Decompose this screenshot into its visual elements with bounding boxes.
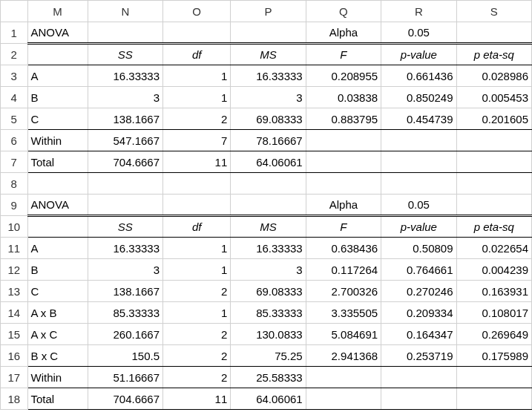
hdr-pval[interactable]: p-value xyxy=(381,44,456,65)
source-name[interactable]: B xyxy=(27,259,88,281)
cell[interactable] xyxy=(306,151,381,173)
cell[interactable] xyxy=(88,173,162,195)
row-header[interactable]: 17 xyxy=(1,367,28,388)
row-header[interactable]: 14 xyxy=(1,302,28,324)
cell[interactable] xyxy=(27,173,88,195)
cell[interactable] xyxy=(163,22,231,44)
row-header[interactable]: 3 xyxy=(1,65,28,87)
source-name[interactable]: Total xyxy=(27,388,88,410)
cell[interactable]: 2 xyxy=(163,108,231,130)
hdr-pval[interactable]: p-value xyxy=(381,216,456,238)
cell[interactable]: 85.33333 xyxy=(88,302,162,324)
row-header[interactable]: 15 xyxy=(1,324,28,345)
cell[interactable]: 1 xyxy=(163,302,231,324)
cell[interactable] xyxy=(163,173,231,195)
cell[interactable] xyxy=(306,173,381,195)
cell[interactable]: 0.208955 xyxy=(306,65,381,87)
cell[interactable]: 11 xyxy=(163,151,231,173)
cell[interactable]: 0.022654 xyxy=(456,238,531,259)
cell[interactable]: 138.1667 xyxy=(88,281,162,302)
cell[interactable]: 138.1667 xyxy=(88,108,162,130)
col-header-O[interactable]: O xyxy=(163,1,231,22)
cell[interactable]: 547.1667 xyxy=(88,130,162,151)
cell[interactable]: 85.33333 xyxy=(231,302,306,324)
cell[interactable]: 51.16667 xyxy=(88,367,162,388)
cell[interactable]: 260.1667 xyxy=(88,324,162,345)
cell[interactable]: 1 xyxy=(163,259,231,281)
row-header[interactable]: 16 xyxy=(1,345,28,367)
cell[interactable] xyxy=(381,130,456,151)
cell[interactable] xyxy=(456,22,531,44)
cell[interactable]: 2 xyxy=(163,345,231,367)
col-header-N[interactable]: N xyxy=(88,1,162,22)
cell[interactable] xyxy=(231,22,306,44)
cell[interactable] xyxy=(381,151,456,173)
cell[interactable]: 0.163931 xyxy=(456,281,531,302)
source-name[interactable]: A x B xyxy=(27,302,88,324)
cell[interactable]: 0.638436 xyxy=(306,238,381,259)
cell[interactable] xyxy=(381,173,456,195)
cell[interactable]: 2.941368 xyxy=(306,345,381,367)
cell[interactable]: 0.175989 xyxy=(456,345,531,367)
row-header[interactable]: 4 xyxy=(1,87,28,108)
row-header[interactable]: 10 xyxy=(1,216,28,238)
cell[interactable] xyxy=(88,22,162,44)
cell[interactable]: 0.03838 xyxy=(306,87,381,108)
row-header[interactable]: 1 xyxy=(1,22,28,44)
source-name[interactable]: B x C xyxy=(27,345,88,367)
cell[interactable] xyxy=(231,173,306,195)
col-header-M[interactable]: M xyxy=(27,1,88,22)
cell[interactable] xyxy=(231,195,306,216)
alpha-label[interactable]: Alpha xyxy=(306,195,381,216)
hdr-ss[interactable]: SS xyxy=(88,216,162,238)
cell[interactable]: 1 xyxy=(163,238,231,259)
hdr-f[interactable]: F xyxy=(306,44,381,65)
cell[interactable]: 0.005453 xyxy=(456,87,531,108)
cell[interactable]: 3 xyxy=(231,87,306,108)
hdr-df[interactable]: df xyxy=(163,216,231,238)
cell[interactable]: 5.084691 xyxy=(306,324,381,345)
row-header[interactable]: 6 xyxy=(1,130,28,151)
hdr-df[interactable]: df xyxy=(163,44,231,65)
cell[interactable]: 1 xyxy=(163,65,231,87)
cell[interactable]: 2 xyxy=(163,281,231,302)
alpha-label[interactable]: Alpha xyxy=(306,22,381,44)
cell[interactable]: 75.25 xyxy=(231,345,306,367)
cell[interactable]: 3 xyxy=(88,87,162,108)
cell[interactable] xyxy=(381,388,456,410)
row-header[interactable]: 7 xyxy=(1,151,28,173)
hdr-ms[interactable]: MS xyxy=(231,216,306,238)
cell[interactable]: 64.06061 xyxy=(231,151,306,173)
cell[interactable]: 3.335505 xyxy=(306,302,381,324)
cell[interactable]: 16.33333 xyxy=(231,65,306,87)
cell[interactable]: 704.6667 xyxy=(88,151,162,173)
cell[interactable] xyxy=(456,151,531,173)
cell[interactable] xyxy=(27,216,88,238)
cell[interactable]: 16.33333 xyxy=(88,65,162,87)
cell[interactable]: 0.850249 xyxy=(381,87,456,108)
cell[interactable]: 0.209334 xyxy=(381,302,456,324)
cell[interactable] xyxy=(88,195,162,216)
col-header-S[interactable]: S xyxy=(456,1,531,22)
cell[interactable]: 0.883795 xyxy=(306,108,381,130)
cell[interactable]: 16.33333 xyxy=(231,238,306,259)
row-header[interactable]: 5 xyxy=(1,108,28,130)
cell[interactable]: 1 xyxy=(163,87,231,108)
cell[interactable]: 0.270246 xyxy=(381,281,456,302)
cell[interactable] xyxy=(456,130,531,151)
source-name[interactable]: A xyxy=(27,65,88,87)
cell[interactable] xyxy=(456,195,531,216)
alpha-value[interactable]: 0.05 xyxy=(381,22,456,44)
cell[interactable]: 0.201605 xyxy=(456,108,531,130)
anova-title[interactable]: ANOVA xyxy=(27,22,88,44)
source-name[interactable]: A x C xyxy=(27,324,88,345)
anova-title[interactable]: ANOVA xyxy=(27,195,88,216)
cell[interactable] xyxy=(306,388,381,410)
cell[interactable]: 0.764661 xyxy=(381,259,456,281)
row-header[interactable]: 8 xyxy=(1,173,28,195)
cell[interactable]: 0.661436 xyxy=(381,65,456,87)
row-header[interactable]: 11 xyxy=(1,238,28,259)
hdr-ss[interactable]: SS xyxy=(88,44,162,65)
cell[interactable]: 704.6667 xyxy=(88,388,162,410)
hdr-peta[interactable]: p eta-sq xyxy=(456,216,531,238)
